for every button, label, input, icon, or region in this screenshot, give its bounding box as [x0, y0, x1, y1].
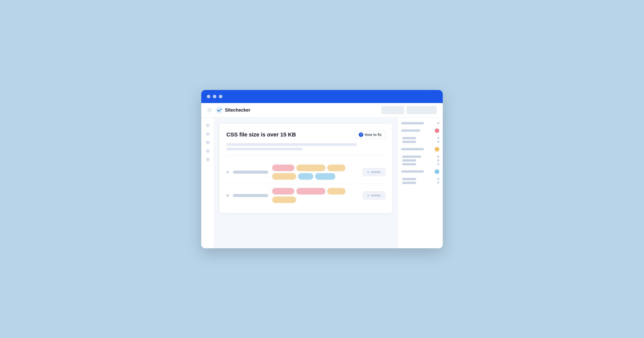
nav-button-1[interactable] [381, 106, 404, 114]
description-line-1 [226, 143, 357, 146]
how-to-fix-icon: ? [359, 132, 363, 137]
rp-sub-row-5 [402, 163, 439, 165]
rp-row-1 [401, 122, 439, 124]
tag-blue-1 [298, 173, 313, 180]
main-content: CSS file size is over 15 KB ? How to fix [214, 118, 397, 248]
sidebar-item-2[interactable] [206, 132, 210, 136]
svg-point-0 [216, 107, 223, 114]
sidebar-item-3[interactable] [206, 141, 210, 144]
rp-sub-dot-7 [437, 182, 439, 184]
tag-blue-2 [315, 173, 335, 180]
nav-back-circle [207, 108, 212, 112]
tag-orange-2 [327, 165, 345, 171]
rp-badge-blue [435, 169, 439, 174]
row-label-2 [233, 194, 268, 197]
rp-sub-row-6 [402, 178, 439, 180]
rp-line-2 [401, 129, 420, 132]
rp-dot-1 [437, 122, 439, 124]
rp-sub-dot-3 [437, 156, 439, 158]
action-btn-dot-2 [367, 195, 369, 197]
traffic-light-red [207, 95, 210, 98]
rp-sub-dot-1 [437, 137, 439, 139]
rp-sub-row-2 [402, 141, 439, 143]
rp-sub-rows-3 [401, 178, 439, 184]
tags-area-1 [272, 165, 359, 180]
nav-buttons [381, 106, 437, 114]
tags-area-2 [272, 188, 359, 203]
right-panel [397, 118, 443, 248]
rp-sub-dot-2 [437, 141, 439, 143]
tag-orange-1 [296, 165, 325, 171]
table-row [226, 161, 385, 184]
issue-card: CSS file size is over 15 KB ? How to fix [219, 124, 392, 213]
rp-row-2 [401, 128, 439, 133]
rp-badge-red [435, 128, 439, 133]
sidebar-item-1[interactable] [206, 124, 210, 127]
rp-sub-dot-4 [437, 159, 439, 161]
rp-line-3 [401, 148, 424, 150]
row-label-1 [233, 171, 268, 174]
tag-orange-4 [327, 188, 345, 195]
rp-row-4 [401, 169, 439, 174]
rp-sub-row-7 [402, 182, 439, 184]
row-indicator-2 [226, 194, 229, 197]
action-button-2[interactable] [363, 191, 385, 200]
table-row [226, 184, 385, 207]
rp-badge-orange [435, 147, 439, 152]
sidebar-item-4[interactable] [206, 149, 210, 153]
rp-sub-row-4 [402, 159, 439, 162]
rp-sub-line-3 [402, 156, 421, 158]
how-to-fix-label: How to fix [365, 133, 382, 137]
rp-line-1 [401, 122, 424, 124]
tag-pink-2 [272, 188, 294, 195]
sidebar [201, 118, 214, 248]
browser-nav: Sitechecker [201, 103, 443, 118]
rp-sub-line-7 [402, 182, 416, 184]
rp-sub-line-2 [402, 141, 416, 143]
tag-orange-5 [272, 197, 296, 203]
rp-sub-rows-1 [401, 137, 439, 143]
action-btn-line-2 [371, 195, 381, 197]
rp-sub-row-3 [402, 156, 439, 158]
logo-icon [216, 107, 223, 114]
rp-sub-rows-2 [401, 156, 439, 165]
rp-sub-dot-5 [437, 163, 439, 165]
traffic-light-green [219, 95, 222, 98]
tag-orange-3 [272, 173, 296, 180]
action-btn-dot [367, 171, 369, 173]
rp-sub-line-4 [402, 159, 416, 162]
how-to-fix-button[interactable]: ? How to fix [355, 131, 385, 139]
action-button-1[interactable] [363, 168, 385, 176]
rp-sub-line-5 [402, 163, 416, 165]
browser-window: Sitechecker CSS file size is over 15 KB [201, 90, 443, 248]
tag-pink-3 [296, 188, 325, 195]
app-logo-text: Sitechecker [225, 108, 250, 113]
rp-sub-line-1 [402, 137, 416, 139]
nav-button-2[interactable] [407, 106, 437, 114]
rp-sub-dot-6 [437, 178, 439, 180]
traffic-light-yellow [213, 95, 216, 98]
browser-titlebar [201, 90, 443, 103]
rp-sub-row-1 [402, 137, 439, 139]
row-indicator-1 [226, 171, 229, 173]
browser-body: CSS file size is over 15 KB ? How to fix [201, 118, 443, 248]
card-title: CSS file size is over 15 KB [226, 131, 296, 138]
tag-pink-1 [272, 165, 294, 171]
rp-row-3 [401, 147, 439, 152]
sidebar-item-5[interactable] [206, 158, 210, 161]
card-divider [226, 155, 385, 156]
logo-area: Sitechecker [216, 107, 377, 114]
rp-sub-line-6 [402, 178, 416, 180]
rp-line-4 [401, 170, 424, 173]
card-header: CSS file size is over 15 KB ? How to fix [226, 131, 385, 139]
action-btn-line [371, 171, 381, 173]
description-line-2 [226, 148, 303, 150]
